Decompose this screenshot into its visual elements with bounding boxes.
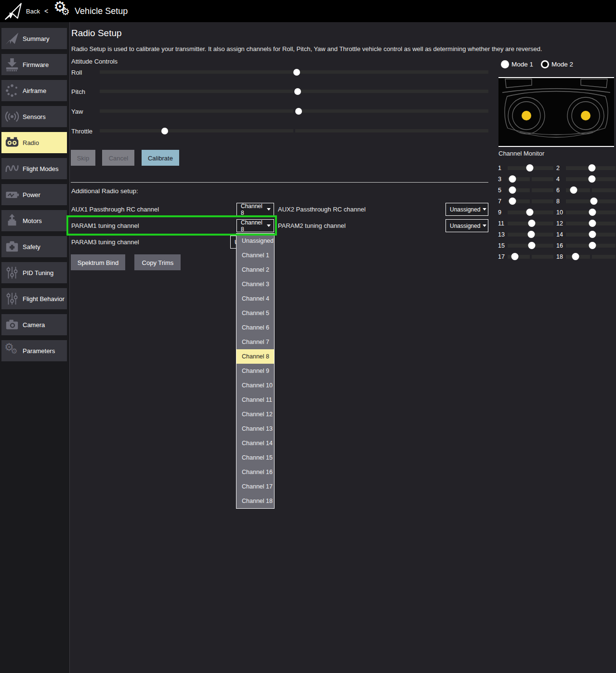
dropdown-option-channel-9[interactable]: Channel 9 — [236, 364, 274, 378]
mode2-radio-button[interactable] — [541, 60, 549, 68]
cancel-button[interactable]: Cancel — [102, 150, 134, 166]
radio-receiver-icon — [1, 135, 23, 150]
app-logo-paper-plane-icon[interactable] — [4, 2, 22, 20]
dropdown-option-channel-13[interactable]: Channel 13 — [236, 422, 274, 436]
channel-number: 3 — [498, 176, 508, 183]
spektrum-bind-button[interactable]: Spektrum Bind — [71, 254, 125, 270]
channel-value-dot — [509, 186, 516, 194]
sidebar-item-power[interactable]: Power — [1, 184, 67, 205]
channel-bar — [566, 211, 616, 214]
chevron-down-icon — [267, 224, 271, 227]
channel-monitor-row: 10 — [556, 207, 616, 218]
camera-icon — [1, 317, 23, 332]
sidebar-item-label: Firmware — [23, 61, 49, 68]
aux2-label: AUX2 Passthrough RC channel — [278, 203, 366, 216]
sidebar-item-firmware[interactable]: Firmware — [1, 54, 67, 75]
dropdown-option-channel-5[interactable]: Channel 5 — [236, 306, 274, 320]
dropdown-option-channel-16[interactable]: Channel 16 — [236, 465, 274, 479]
channel-number: 8 — [556, 198, 566, 205]
dropdown-option-unassigned[interactable]: Unassigned — [236, 234, 274, 248]
vehicle-setup-gears-icon: ⚙⚙ — [52, 1, 73, 21]
aux2-channel-dropdown[interactable]: Unassigned — [446, 203, 488, 216]
sidebar-item-motors[interactable]: Motors — [1, 210, 67, 231]
additional-radio-setup-heading: Additional Radio setup: — [71, 187, 138, 195]
channel-monitor-heading: Channel Monitor — [498, 150, 544, 157]
channel-value-dot — [572, 253, 579, 260]
sidebar-item-pid-tuning[interactable]: PID Tuning — [1, 262, 67, 283]
channel-monitor-row: 1 — [498, 162, 556, 173]
dropdown-option-channel-7[interactable]: Channel 7 — [236, 335, 274, 349]
dropdown-option-channel-8-selected[interactable]: Channel 8 — [236, 349, 274, 364]
left-stick-dot — [522, 111, 531, 120]
param1-channel-value: Channel 8 — [241, 219, 264, 233]
motor-icon — [1, 213, 23, 228]
sidebar-item-label: Airframe — [23, 87, 46, 94]
yaw-slider-handle — [295, 108, 302, 115]
vehicle-setup-window: Back < ⚙⚙ Vehicle Setup Summary Firmware… — [0, 0, 616, 673]
mode1-radio-group[interactable]: Mode 1 — [501, 60, 533, 68]
sidebar-item-parameters[interactable]: ⚙⚙ Parameters — [1, 340, 67, 361]
dropdown-option-channel-12[interactable]: Channel 12 — [236, 407, 274, 422]
channel-number: 14 — [556, 231, 566, 238]
section-description: Radio Setup is used to calibrate your tr… — [71, 45, 548, 53]
param2-channel-dropdown[interactable]: Unassigned — [446, 219, 488, 232]
channel-monitor-row: 7 — [498, 196, 556, 207]
sliders-icon — [1, 265, 23, 280]
channel-number: 17 — [498, 253, 508, 260]
sidebar-item-camera[interactable]: Camera — [1, 314, 67, 335]
sidebar-item-label: Motors — [23, 217, 42, 224]
channel-number: 9 — [498, 209, 508, 216]
sidebar-item-label: Parameters — [23, 347, 55, 355]
channel-monitor-row: 9 — [498, 207, 556, 218]
copy-trims-button[interactable]: Copy Trims — [134, 254, 181, 270]
channel-value-dot — [528, 242, 536, 249]
dropdown-option-channel-2[interactable]: Channel 2 — [236, 263, 274, 277]
channel-bar — [508, 211, 553, 214]
dropdown-option-channel-4[interactable]: Channel 4 — [236, 291, 274, 306]
firmware-download-icon — [1, 57, 23, 72]
channel-number: 18 — [556, 253, 566, 260]
channel-monitor-row: 8 — [556, 196, 616, 207]
first-aid-icon — [1, 239, 23, 254]
sidebar-item-summary[interactable]: Summary — [1, 28, 67, 49]
dropdown-option-channel-10[interactable]: Channel 10 — [236, 378, 274, 393]
sidebar-item-sensors[interactable]: Sensors — [1, 106, 67, 127]
dropdown-option-channel-17[interactable]: Channel 17 — [236, 479, 274, 494]
mode1-radio-button[interactable] — [501, 60, 509, 68]
dropdown-option-channel-14[interactable]: Channel 14 — [236, 436, 274, 450]
pitch-slider-handle — [294, 88, 301, 95]
channel-bar — [566, 188, 616, 192]
dropdown-option-channel-6[interactable]: Channel 6 — [236, 320, 274, 335]
yaw-label: Yaw — [71, 108, 83, 115]
dropdown-option-channel-3[interactable]: Channel 3 — [236, 277, 274, 291]
roll-slider-track — [100, 70, 488, 74]
calibrate-button[interactable]: Calibrate — [142, 150, 179, 166]
channel-number: 13 — [498, 231, 508, 238]
right-stick-dot — [581, 111, 590, 120]
sidebar-item-safety[interactable]: Safety — [1, 236, 67, 257]
param1-label: PARAM1 tuning channel — [71, 219, 139, 232]
sidebar-item-flight-behavior[interactable]: Flight Behavior — [1, 288, 67, 309]
mode2-radio-group[interactable]: Mode 2 — [541, 60, 573, 68]
dropdown-option-channel-15[interactable]: Channel 15 — [236, 450, 274, 465]
sidebar-item-flight-modes[interactable]: Flight Modes — [1, 158, 67, 179]
channel-value-dot — [511, 253, 519, 260]
dropdown-option-channel-1[interactable]: Channel 1 — [236, 248, 274, 263]
pitch-slider-track — [100, 90, 488, 93]
dropdown-option-channel-11[interactable]: Channel 11 — [236, 393, 274, 407]
aux1-channel-dropdown[interactable]: Channel 8 — [236, 203, 274, 216]
dropdown-option-channel-18[interactable]: Channel 18 — [236, 494, 274, 508]
channel-value-dot — [588, 175, 595, 183]
sidebar-item-label: Flight Modes — [23, 165, 58, 172]
page-title: Vehicle Setup — [75, 6, 128, 16]
sidebar-item-radio[interactable]: Radio — [1, 132, 67, 153]
channel-bar — [508, 255, 553, 259]
skip-button[interactable]: Skip — [71, 150, 95, 166]
top-bar: Back < ⚙⚙ Vehicle Setup — [0, 0, 616, 22]
channel-bar — [508, 244, 553, 248]
param1-channel-dropdown[interactable]: Channel 8 — [236, 219, 274, 232]
param-tuning-row-2: PARAM3 tuning channel Unassigned — [71, 236, 491, 249]
sidebar-item-airframe[interactable]: Airframe — [1, 80, 67, 101]
back-button[interactable]: Back — [26, 8, 40, 15]
channel-bar — [508, 199, 553, 203]
